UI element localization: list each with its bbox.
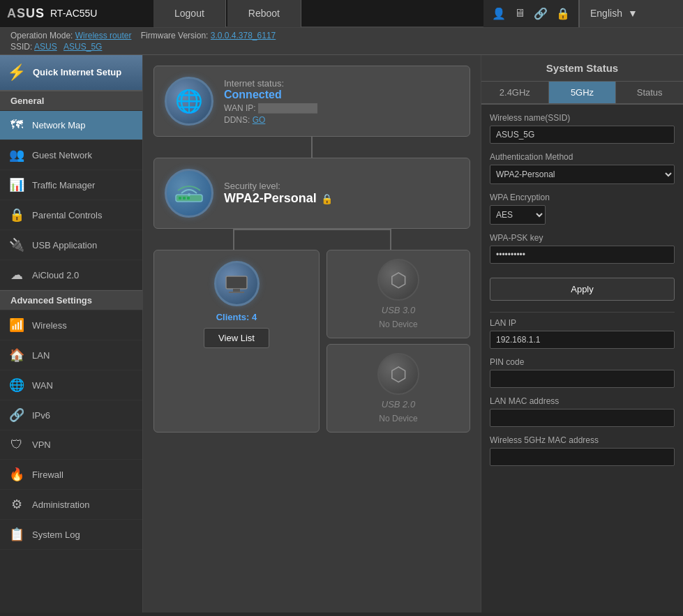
view-list-button[interactable]: View List (204, 328, 269, 348)
system-status-panel: System Status 2.4GHz 5GHz Status Wireles… (481, 55, 683, 613)
sidebar-item-label: Wireless (32, 320, 67, 331)
svg-rect-1 (179, 197, 181, 200)
pin-code-input[interactable] (490, 370, 675, 388)
sidebar-item-network-map[interactable]: 🗺 Network Map (0, 111, 142, 140)
internet-status-label: Internet status: (224, 78, 284, 89)
lock-small-icon: 🔒 (321, 193, 333, 204)
ipv6-icon: 🔗 (8, 407, 25, 423)
vpn-icon: 🛡 (8, 437, 25, 452)
sidebar-item-wan[interactable]: 🌐 WAN (0, 370, 142, 400)
tab-2-4ghz[interactable]: 2.4GHz (481, 82, 549, 103)
wpa-psk-input[interactable] (490, 246, 675, 264)
language-selector[interactable]: English ▼ (578, 0, 683, 27)
lan-mac-field: LAN MAC address (490, 396, 675, 427)
tab-status[interactable]: Status (616, 82, 683, 103)
ddns-label: DDNS: (224, 115, 250, 125)
ssid-label: SSID: (10, 42, 32, 52)
logout-button[interactable]: Logout (153, 0, 226, 27)
wpa-psk-field: WPA-PSK key (490, 233, 675, 264)
aicloud-icon: ☁ (8, 267, 25, 283)
tab-5ghz[interactable]: 5GHz (549, 82, 617, 103)
wireless-5g-mac-label: Wireless 5GHz MAC address (490, 435, 675, 445)
internet-box: 🌐 Internet status: Connected WAN IP: ███… (153, 66, 470, 137)
advanced-section-header: Advanced Settings (0, 290, 142, 310)
op-mode-label: Operation Mode: (10, 31, 73, 40)
wpa-enc-select[interactable]: AES TKIP TKIP+AES (490, 205, 546, 225)
wpa-enc-field: WPA Encryption AES TKIP TKIP+AES (490, 193, 675, 225)
administration-icon: ⚙ (8, 497, 25, 512)
wireless-name-input[interactable] (490, 126, 675, 144)
svg-rect-5 (226, 276, 247, 289)
sidebar-item-traffic-manager[interactable]: 📊 Traffic Manager (0, 170, 142, 200)
sidebar-item-system-log[interactable]: 📋 System Log (0, 520, 142, 550)
sidebar-item-label: Firewall (32, 469, 63, 480)
sidebar-item-label: Traffic Manager (32, 180, 95, 190)
wireless-name-field: Wireless name(SSID) (490, 113, 675, 144)
auth-method-label: Authentication Method (490, 152, 675, 162)
model-label: RT-AC55U (50, 8, 97, 19)
clients-svg (223, 273, 250, 294)
usb-column: ⬡ USB 3.0 No Device ⬡ USB 2.0 No Device (327, 250, 470, 433)
sidebar-item-label: VPN (32, 440, 51, 450)
op-mode-value[interactable]: Wireless router (75, 31, 132, 40)
sidebar-item-lan[interactable]: 🏠 LAN (0, 340, 142, 370)
sidebar-item-ipv6[interactable]: 🔗 IPv6 (0, 400, 142, 430)
sidebar-item-firewall[interactable]: 🔥 Firewall (0, 460, 142, 490)
network-map-tree: 🌐 Internet status: Connected WAN IP: ███… (153, 66, 470, 433)
sidebar-item-parental-controls[interactable]: 🔒 Parental Controls (0, 200, 142, 230)
sidebar-item-guest-network[interactable]: 👥 Guest Network (0, 140, 142, 170)
ssid-5g[interactable]: ASUS_5G (63, 42, 102, 52)
usb-30-box: ⬡ USB 3.0 No Device (327, 250, 470, 338)
tree-h-connector (153, 229, 470, 250)
ssid-2g[interactable]: ASUS (34, 42, 57, 52)
user-icon[interactable]: 👤 (492, 7, 506, 20)
network-map-content: 🌐 Internet status: Connected WAN IP: ███… (143, 55, 481, 613)
svg-rect-3 (187, 197, 190, 200)
auth-method-select[interactable]: WPA2-Personal WPA-Personal WPA2-Enterpri… (490, 165, 675, 184)
connector-line-1 (311, 137, 313, 158)
system-status-tabs: 2.4GHz 5GHz Status (481, 82, 683, 105)
wireless-5g-mac-field: Wireless 5GHz MAC address (490, 435, 675, 466)
share-icon[interactable]: 🔗 (534, 7, 548, 20)
sidebar-item-aicloud[interactable]: ☁ AiCloud 2.0 (0, 260, 142, 290)
internet-status-value: Connected (224, 89, 459, 101)
clients-icon (214, 261, 260, 306)
lan-ip-input[interactable] (490, 331, 675, 349)
traffic-manager-icon: 📊 (8, 177, 25, 193)
pin-code-label: PIN code (490, 357, 675, 367)
guest-network-icon: 👥 (8, 147, 25, 163)
wan-ip-label: WAN IP: (224, 103, 256, 113)
quick-setup-icon: ⚡ (7, 63, 26, 82)
sidebar-item-label: WAN (32, 380, 53, 391)
quick-internet-setup[interactable]: ⚡ Quick Internet Setup (0, 55, 142, 91)
wpa-psk-label: WPA-PSK key (490, 233, 675, 243)
internet-icon: 🌐 (165, 77, 213, 126)
apply-button[interactable]: Apply (490, 278, 675, 301)
usb-30-status: No Device (379, 320, 417, 329)
sidebar-item-vpn[interactable]: 🛡 VPN (0, 430, 142, 460)
top-bar: ASUS RT-AC55U Logout Reboot 👤 🖥 🔗 🔒 Engl… (0, 0, 683, 28)
system-status-body: Wireless name(SSID) Authentication Metho… (481, 105, 683, 609)
sidebar-item-administration[interactable]: ⚙ Administration (0, 490, 142, 520)
internet-info: Internet status: Connected WAN IP: █████… (224, 78, 459, 125)
quick-setup-label: Quick Internet Setup (33, 67, 121, 79)
wan-ip-value: ██████████ (258, 103, 317, 113)
wireless-icon: 📶 (8, 317, 25, 333)
clients-number: 4 (252, 312, 257, 322)
lan-mac-input[interactable] (490, 409, 675, 427)
lock-icon[interactable]: 🔒 (556, 7, 570, 20)
firmware-value[interactable]: 3.0.0.4.378_6117 (211, 31, 276, 40)
sidebar-item-wireless[interactable]: 📶 Wireless (0, 310, 142, 340)
security-info: Security level: WPA2-Personal 🔒 (224, 181, 459, 206)
usb-20-label: USB 2.0 (382, 399, 415, 410)
wireless-5g-mac-input[interactable] (490, 448, 675, 466)
general-section-header: General (0, 91, 142, 111)
wpa-enc-select-row: AES TKIP TKIP+AES (490, 205, 675, 225)
reboot-button[interactable]: Reboot (227, 0, 301, 27)
sidebar-item-usb-application[interactable]: 🔌 USB Application (0, 230, 142, 260)
ddns-link[interactable]: GO (253, 115, 266, 125)
monitor-icon[interactable]: 🖥 (514, 7, 525, 20)
top-buttons: Logout Reboot (153, 0, 483, 27)
usb-20-icon: ⬡ (377, 353, 419, 395)
logo-area: ASUS RT-AC55U (0, 0, 153, 27)
